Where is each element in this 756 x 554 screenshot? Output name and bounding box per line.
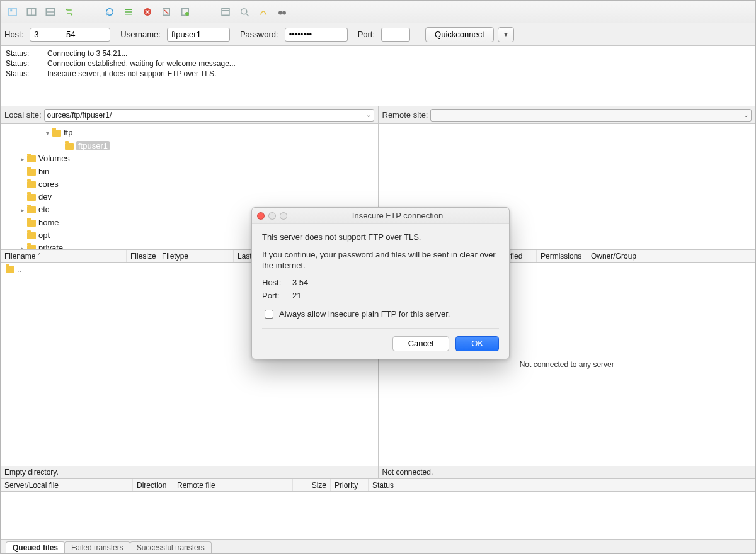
svg-rect-8: [125, 14, 132, 15]
col-remote-owner[interactable]: Owner/Group: [587, 250, 755, 262]
ok-button[interactable]: OK: [455, 336, 499, 351]
qcol-direction[interactable]: Direction: [133, 479, 173, 491]
qcol-size[interactable]: Size: [293, 479, 331, 491]
qcol-priority[interactable]: Priority: [331, 479, 369, 491]
qcol-spacer: [444, 479, 755, 491]
log-label: Status:: [6, 59, 36, 69]
disclose-icon[interactable]: ▸: [18, 204, 26, 217]
always-allow-row[interactable]: Always allow insecure plain FTP for this…: [262, 304, 499, 329]
tree-item-label: opt: [38, 230, 50, 240]
local-status: Empty directory.: [1, 466, 378, 478]
tree-item[interactable]: cores: [6, 178, 374, 191]
log-text: Connecting to 3 54:21...: [47, 48, 127, 59]
folder-icon: [27, 232, 36, 239]
cancel-icon[interactable]: [139, 4, 156, 20]
layout-icon[interactable]: [23, 4, 40, 20]
col-filename[interactable]: Filename˄: [1, 250, 127, 262]
search-icon[interactable]: [236, 4, 253, 20]
remote-site-combo[interactable]: ⌄: [430, 109, 752, 122]
svg-rect-7: [125, 11, 132, 13]
qcol-server[interactable]: Server/Local file: [1, 479, 133, 491]
dialog-text-1: This server does not support FTP over TL…: [262, 232, 499, 243]
toolbar: [1, 1, 755, 23]
close-icon[interactable]: [257, 212, 265, 220]
sort-asc-icon: ˄: [38, 252, 41, 259]
log-label: Status:: [6, 48, 36, 59]
host-input[interactable]: [30, 28, 110, 42]
tree-item-label: ftpuser1: [76, 141, 110, 150]
svg-point-17: [278, 11, 282, 14]
tab-failed[interactable]: Failed transfers: [64, 541, 130, 553]
folder-icon: [27, 169, 36, 176]
tab-success[interactable]: Successful transfers: [130, 541, 212, 553]
folder-icon: [6, 266, 14, 273]
col-remote-perm[interactable]: Permissions: [537, 250, 587, 262]
insecure-ftp-dialog: Insecure FTP connection This server does…: [251, 207, 510, 359]
tree-item[interactable]: ftpuser1: [6, 140, 374, 152]
svg-point-12: [185, 12, 189, 16]
quickconnect-dropdown[interactable]: ▼: [498, 27, 514, 42]
local-site-label: Local site:: [4, 110, 42, 120]
svg-rect-6: [125, 9, 132, 10]
folder-icon: [27, 155, 36, 162]
username-input[interactable]: [167, 28, 230, 42]
cancel-button[interactable]: Cancel: [392, 336, 449, 351]
disclose-icon[interactable]: ▸: [18, 153, 26, 166]
tree-item[interactable]: bin: [6, 166, 374, 178]
queue-body[interactable]: [1, 492, 755, 540]
chevron-down-icon: ⌄: [743, 111, 748, 118]
tree-item[interactable]: ▾ftp: [6, 127, 374, 140]
local-site-value: ources/ftp/ftpuser1/: [47, 111, 112, 120]
svg-point-18: [282, 11, 286, 14]
folder-icon: [27, 194, 36, 201]
quickconnect-button[interactable]: Quickconnect: [425, 27, 494, 42]
quickconnect-bar: Host: Username: Password: Port: Quickcon…: [1, 23, 755, 46]
filter-icon[interactable]: [217, 4, 234, 20]
svg-rect-1: [10, 9, 12, 11]
compare-icon[interactable]: [255, 4, 272, 20]
remote-status: Not connected.: [379, 466, 756, 478]
remote-empty-msg: Not connected to any server: [379, 360, 756, 369]
chevron-down-icon: ⌄: [366, 111, 371, 118]
tab-queued[interactable]: Queued files: [6, 541, 65, 553]
always-allow-label: Always allow insecure plain FTP for this…: [279, 309, 450, 319]
folder-icon: [27, 220, 36, 227]
local-site-combo[interactable]: ources/ftp/ftpuser1/ ⌄: [44, 109, 374, 122]
reconnect-icon[interactable]: [177, 4, 193, 20]
dialog-host-value: 3 54: [292, 278, 308, 287]
col-filesize[interactable]: Filesize: [127, 250, 158, 262]
sync-icon[interactable]: [61, 4, 77, 20]
layout2-icon[interactable]: [42, 4, 59, 20]
dialog-titlebar[interactable]: Insecure FTP connection: [252, 208, 509, 224]
log-text: Insecure server, it does not support FTP…: [47, 69, 216, 79]
disclose-icon[interactable]: ▸: [18, 242, 26, 249]
folder-icon: [27, 245, 36, 249]
queue-header: Server/Local file Direction Remote file …: [1, 479, 755, 492]
qcol-status[interactable]: Status: [369, 479, 444, 491]
binoculars-icon[interactable]: [274, 4, 290, 20]
col-filetype[interactable]: Filetype: [158, 250, 234, 262]
sitemanager-icon[interactable]: [4, 4, 21, 20]
port-input[interactable]: [381, 28, 410, 42]
svg-rect-0: [9, 8, 16, 16]
folder-icon: [27, 181, 36, 188]
always-allow-checkbox[interactable]: [265, 310, 273, 319]
zoom-icon: [280, 212, 287, 220]
message-log[interactable]: Status:Connecting to 3 54:21... Status:C…: [1, 46, 755, 106]
app-window: Host: Username: Password: Port: Quickcon…: [0, 0, 756, 554]
tree-item[interactable]: dev: [6, 191, 374, 203]
bottom-tabs: Queued files Failed transfers Successful…: [1, 540, 755, 553]
tree-item-label: Volumes: [38, 154, 70, 163]
dialog-port-value: 21: [292, 291, 301, 300]
svg-rect-13: [222, 8, 229, 15]
svg-line-16: [246, 14, 249, 16]
password-input[interactable]: [285, 28, 348, 42]
refresh-icon[interactable]: [101, 4, 118, 20]
qcol-remote[interactable]: Remote file: [173, 479, 293, 491]
settings-icon[interactable]: [120, 4, 137, 20]
disclose-icon[interactable]: ▾: [43, 127, 51, 140]
log-text: Connection established, waiting for welc…: [47, 59, 236, 69]
disconnect-icon[interactable]: [158, 4, 175, 20]
tree-item[interactable]: ▸Volumes: [6, 152, 374, 166]
folder-icon: [65, 143, 74, 150]
